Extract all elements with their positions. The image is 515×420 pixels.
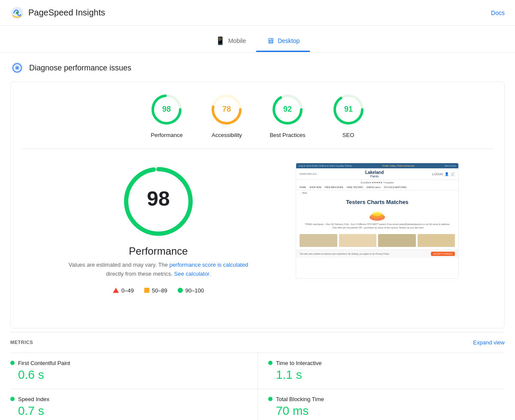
gauge-accessibility[interactable]: 78 Accessibility [209,92,244,138]
mock-phone: 01524 852 211 [300,173,317,175]
gauge-seo[interactable]: 91 SEO [331,92,366,138]
mock-rating: Excellent ★★★★★ Trustpilot [296,180,458,185]
legend-orange: 50–89 [144,287,167,294]
svg-point-23 [372,212,382,216]
legend-circle-icon [178,288,183,293]
metric-si: Speed Index 0.7 s [10,389,258,420]
svg-point-5 [16,67,18,69]
desktop-icon: 🖥 [267,37,274,46]
metric-si-value: 0.7 s [10,404,247,418]
gauge-best-practices-svg: 92 [270,92,305,127]
score-gauges: 98 Performance 78 Accessibility 92 Best … [21,92,494,149]
gauge-seo-svg: 91 [331,92,366,127]
metric-fcp: First Contentful Paint 0.6 s [10,353,258,389]
metric-si-name: Speed Index [18,396,49,402]
gauge-best-practices[interactable]: 92 Best Practices [270,92,305,138]
svg-text:92: 92 [283,105,292,113]
tab-desktop[interactable]: 🖥 Desktop [256,31,310,52]
mock-nav-links: HOME SHOP NOW FREE BROCHURE FREE TESTERS… [296,185,458,190]
metric-tbt-dot [268,397,273,401]
big-gauge-svg: 98 [120,163,197,240]
gauge-seo-label: SEO [342,132,354,138]
paint-fan-icon [369,209,386,221]
tab-mobile[interactable]: 📱 Mobile [205,31,256,52]
mock-desc: *FREE matchpots - One UK Delivery Only -… [296,222,458,230]
mock-logo: Lakeland Paints [365,170,384,178]
gauge-performance-label: Performance [151,132,182,138]
mock-navbar: 01524 852 211 Lakeland Paints LOGIN 👤 🛒 [296,168,458,180]
gauge-accessibility-label: Accessibility [212,132,242,138]
gauge-performance[interactable]: 98 Performance [149,92,184,138]
gauge-accessibility-svg: 78 [209,92,244,127]
legend: 0–49 50–89 90–100 [113,287,204,294]
mock-cookie-bar: This site uses cookies to improve your e… [296,250,458,258]
metrics-title: METRICS [10,340,33,345]
mock-thumb-4 [418,234,455,247]
mobile-icon: 📱 [215,36,225,46]
big-gauge: 98 Performance Values are estimated and … [38,163,279,294]
metric-fcp-name: First Contentful Paint [18,360,70,366]
svg-text:98: 98 [162,105,171,113]
gauge-performance-svg: 98 [149,92,184,127]
metrics-header: METRICS Expand view [10,332,505,353]
screenshot-mock: Log in and Order Online to Earn Loyalty … [296,163,458,278]
pagespeed-logo [10,6,24,20]
metric-tti-dot [268,361,273,365]
metric-tti-name: Time to Interactive [276,360,321,366]
tab-bar: 📱 Mobile 🖥 Desktop [0,26,515,52]
mock-thumb-1 [300,234,337,247]
metric-tbt-value: 70 ms [268,404,505,418]
left-panel: 98 Performance Values are estimated and … [38,163,279,304]
metric-si-dot [10,397,15,401]
mock-thumbnails [296,231,458,250]
logo-group: PageSpeed Insights [10,6,105,20]
mock-breadcrumb: ← Back [296,190,458,195]
legend-red: 0–49 [113,287,134,294]
diagnose-icon [10,61,24,75]
right-panel: Log in and Order Online to Earn Loyalty … [296,163,477,279]
metric-fcp-value: 0.6 s [10,368,247,382]
section-title: Diagnose performance issues [29,64,131,73]
score-card: 98 Performance 78 Accessibility 92 Best … [10,82,505,329]
metric-tti-value: 1.1 s [268,368,505,382]
svg-text:78: 78 [222,105,231,113]
gauge-best-practices-label: Best Practices [270,132,305,138]
mock-thumb-2 [339,234,377,247]
svg-point-1 [16,12,18,14]
mock-main-title: Testers Charts Matches [296,195,458,207]
legend-green: 90–100 [178,287,204,294]
metric-tti: Time to Interactive 1.1 s [258,353,505,389]
legend-square-icon [144,288,149,293]
mock-nav-icons: LOGIN 👤 🛒 [432,172,455,176]
svg-text:98: 98 [147,187,170,210]
metric-tbt: Total Blocking Time 70 ms [258,389,505,420]
docs-link[interactable]: Docs [491,9,505,16]
screenshot-container: Log in and Order Online to Earn Loyalty … [296,163,459,279]
metric-fcp-dot [10,361,15,365]
app-header: PageSpeed Insights Docs [0,0,515,26]
legend-triangle-icon [113,288,119,293]
expand-view-button[interactable]: Expand view [473,339,505,346]
mock-product-image [296,207,458,222]
metrics-grid: First Contentful Paint 0.6 s Time to Int… [10,353,505,420]
perf-score-link[interactable]: performance score is calculated [170,262,248,268]
section-header: Diagnose performance issues [0,61,515,82]
main-content: 98 Performance Values are estimated and … [21,149,494,318]
mock-accept-button[interactable]: ACCEPT COOKIES [431,252,455,256]
mock-thumb-3 [378,234,416,247]
mock-banner: Log in and Order Online to Earn Loyalty … [296,163,458,168]
metric-tbt-name: Total Blocking Time [276,396,324,402]
big-gauge-desc: Values are estimated and may vary. The p… [68,261,248,279]
svg-text:91: 91 [344,105,353,113]
big-gauge-title: Performance [129,245,188,257]
metrics-section: METRICS Expand view First Contentful Pai… [0,332,515,420]
calculator-link[interactable]: See calculator [174,271,209,277]
app-title: PageSpeed Insights [28,8,105,18]
